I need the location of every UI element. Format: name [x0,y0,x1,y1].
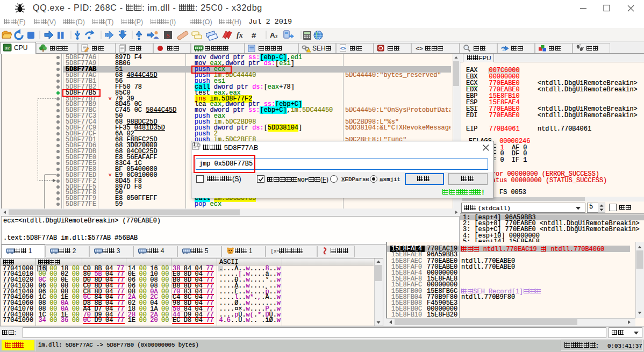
svg-text:A: A [270,31,275,39]
svg-text:fx: fx [237,31,243,39]
svg-text:S: S [166,32,169,39]
svg-text:z: z [275,34,278,39]
svg-text:<>: <> [416,45,423,52]
svg-text:#: # [252,31,256,40]
svg-text:<>: <> [340,46,346,51]
svg-text:32: 32 [5,46,10,51]
